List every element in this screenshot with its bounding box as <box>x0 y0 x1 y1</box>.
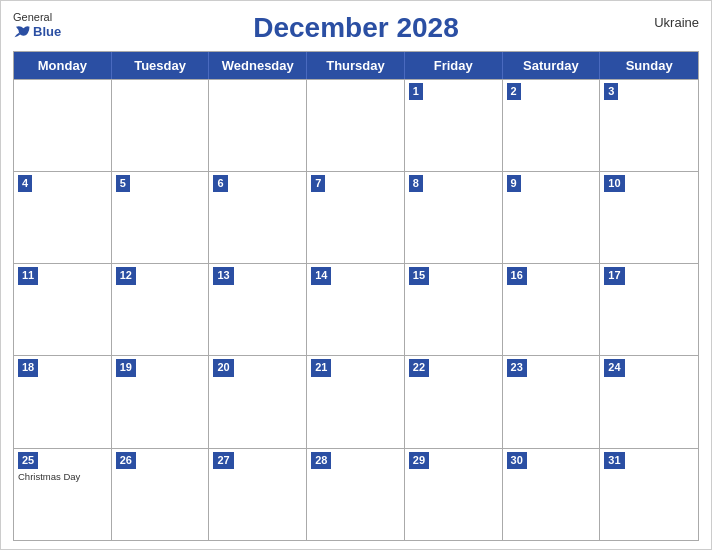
calendar-wrapper: General Blue December 2028 Ukraine Monda… <box>0 0 712 550</box>
day-cell <box>209 80 307 171</box>
day-cell <box>112 80 210 171</box>
day-cell: 27 <box>209 449 307 540</box>
day-number: 21 <box>311 359 331 376</box>
week-row-2: 45678910 <box>14 171 698 263</box>
calendar-header: General Blue December 2028 Ukraine <box>13 11 699 45</box>
day-number: 16 <box>507 267 527 284</box>
day-header-thursday: Thursday <box>307 52 405 79</box>
day-cell: 25Christmas Day <box>14 449 112 540</box>
day-cell: 15 <box>405 264 503 355</box>
day-cell: 29 <box>405 449 503 540</box>
day-cell: 19 <box>112 356 210 447</box>
day-cell: 30 <box>503 449 601 540</box>
calendar-title: December 2028 <box>253 11 458 45</box>
day-cell: 24 <box>600 356 698 447</box>
day-cell: 3 <box>600 80 698 171</box>
day-number: 27 <box>213 452 233 469</box>
day-number: 7 <box>311 175 325 192</box>
day-cell: 2 <box>503 80 601 171</box>
weeks-container: 1234567891011121314151617181920212223242… <box>14 79 698 540</box>
day-number: 11 <box>18 267 38 284</box>
logo: General Blue <box>13 11 61 39</box>
day-number: 18 <box>18 359 38 376</box>
day-number: 12 <box>116 267 136 284</box>
day-cell: 1 <box>405 80 503 171</box>
day-header-sunday: Sunday <box>600 52 698 79</box>
logo-general-text: General <box>13 11 52 24</box>
day-cell: 13 <box>209 264 307 355</box>
logo-bird-icon <box>13 25 31 39</box>
day-cell: 28 <box>307 449 405 540</box>
event-label: Christmas Day <box>18 471 107 482</box>
week-row-3: 11121314151617 <box>14 263 698 355</box>
day-number: 30 <box>507 452 527 469</box>
day-number: 9 <box>507 175 521 192</box>
day-header-saturday: Saturday <box>503 52 601 79</box>
day-cell: 8 <box>405 172 503 263</box>
day-number: 5 <box>116 175 130 192</box>
week-row-1: 123 <box>14 79 698 171</box>
day-cell: 9 <box>503 172 601 263</box>
day-number: 6 <box>213 175 227 192</box>
title-block: December 2028 <box>253 11 458 45</box>
day-cell: 6 <box>209 172 307 263</box>
day-cell: 18 <box>14 356 112 447</box>
day-cell: 17 <box>600 264 698 355</box>
day-cell: 7 <box>307 172 405 263</box>
day-number: 22 <box>409 359 429 376</box>
day-number: 13 <box>213 267 233 284</box>
week-row-5: 25Christmas Day262728293031 <box>14 448 698 540</box>
day-cell: 4 <box>14 172 112 263</box>
day-cell: 31 <box>600 449 698 540</box>
day-number: 24 <box>604 359 624 376</box>
day-number: 4 <box>18 175 32 192</box>
day-number: 1 <box>409 83 423 100</box>
day-number: 28 <box>311 452 331 469</box>
day-headers: MondayTuesdayWednesdayThursdayFridaySatu… <box>14 52 698 79</box>
day-header-tuesday: Tuesday <box>112 52 210 79</box>
day-header-monday: Monday <box>14 52 112 79</box>
day-cell: 22 <box>405 356 503 447</box>
day-number: 26 <box>116 452 136 469</box>
day-number: 15 <box>409 267 429 284</box>
day-number: 20 <box>213 359 233 376</box>
day-number: 8 <box>409 175 423 192</box>
day-cell: 5 <box>112 172 210 263</box>
day-cell: 21 <box>307 356 405 447</box>
day-number: 3 <box>604 83 618 100</box>
day-number: 2 <box>507 83 521 100</box>
day-header-wednesday: Wednesday <box>209 52 307 79</box>
day-number: 25 <box>18 452 38 469</box>
week-row-4: 18192021222324 <box>14 355 698 447</box>
day-header-friday: Friday <box>405 52 503 79</box>
day-number: 17 <box>604 267 624 284</box>
day-number: 23 <box>507 359 527 376</box>
day-cell <box>307 80 405 171</box>
day-number: 14 <box>311 267 331 284</box>
day-cell: 26 <box>112 449 210 540</box>
day-cell: 14 <box>307 264 405 355</box>
country-label: Ukraine <box>654 15 699 30</box>
day-cell: 11 <box>14 264 112 355</box>
day-number: 19 <box>116 359 136 376</box>
day-cell: 16 <box>503 264 601 355</box>
day-number: 29 <box>409 452 429 469</box>
day-cell: 12 <box>112 264 210 355</box>
day-cell: 10 <box>600 172 698 263</box>
day-number: 10 <box>604 175 624 192</box>
logo-blue-text: Blue <box>13 24 61 39</box>
calendar-grid: MondayTuesdayWednesdayThursdayFridaySatu… <box>13 51 699 541</box>
day-number: 31 <box>604 452 624 469</box>
day-cell: 23 <box>503 356 601 447</box>
day-cell: 20 <box>209 356 307 447</box>
day-cell <box>14 80 112 171</box>
